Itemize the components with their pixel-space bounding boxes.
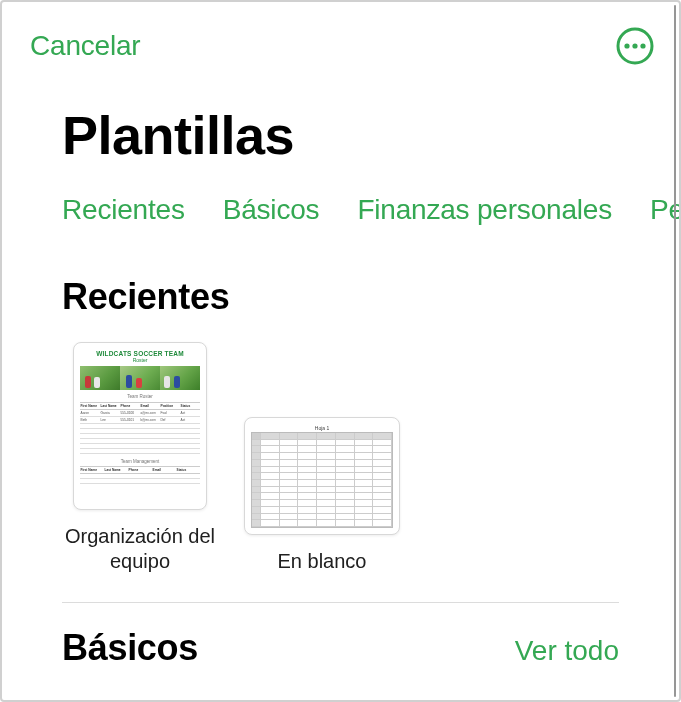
thumb-title: WILDCATS SOCCER TEAM [80,350,200,357]
thumb-photo-strip [80,366,200,390]
thumb-section2-title: Team Management [80,459,200,464]
section-title-basics: Básicos [62,627,198,669]
template-label: En blanco [278,549,367,574]
tab-personal-finance[interactable]: Finanzas personales [357,194,612,226]
tab-recents[interactable]: Recientes [62,194,185,226]
section-title-recents: Recientes [62,276,229,318]
more-options-button[interactable] [613,24,657,68]
see-all-button[interactable]: Ver todo [515,635,619,667]
section-basics: Básicos Ver todo [2,603,679,669]
template-thumbnail: WILDCATS SOCCER TEAM Roster Team Roster … [73,342,207,510]
category-tabs: Recientes Básicos Finanzas personales Pe… [2,166,679,226]
svg-point-1 [624,43,629,48]
cancel-button[interactable]: Cancelar [30,30,140,62]
template-thumbnail: Hoja 1 [244,417,400,535]
thumb-caption: Team Roster [80,394,200,399]
svg-point-3 [640,43,645,48]
ellipsis-circle-icon [615,26,655,66]
thumb-sheet-tab: Hoja 1 [251,424,393,432]
tab-basics[interactable]: Básicos [223,194,320,226]
svg-point-2 [632,43,637,48]
section-recents: Recientes WILDCATS SOCCER TEAM Roster Te… [2,226,679,574]
template-label: Organización del equipo [62,524,218,574]
template-item-blank[interactable]: Hoja 1 [244,417,400,574]
template-item-team-organization[interactable]: WILDCATS SOCCER TEAM Roster Team Roster … [62,342,218,574]
page-title: Plantillas [2,68,679,166]
thumb-subtitle: Roster [80,357,200,363]
